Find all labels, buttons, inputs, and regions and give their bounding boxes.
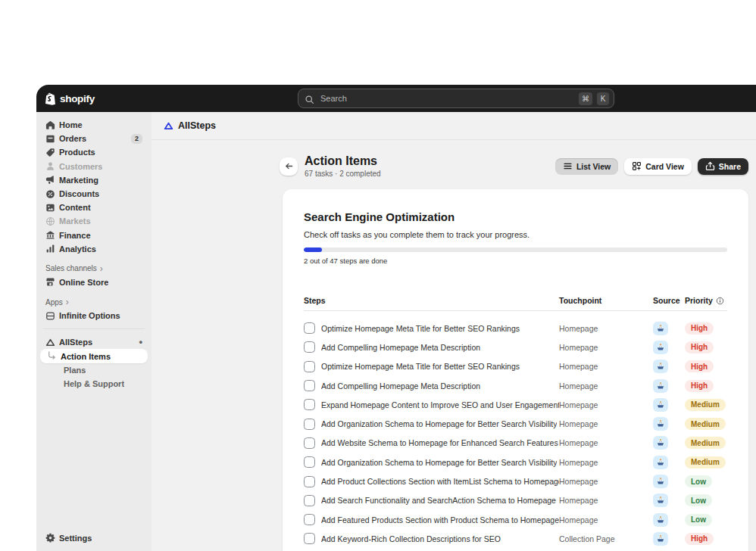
sidebar-item-plans[interactable]: Plans (40, 363, 148, 377)
task-checkbox[interactable] (304, 533, 315, 544)
share-label: Share (719, 162, 741, 171)
priority-badge: High (685, 380, 714, 392)
task-row: Add Search Functionality and SearchActio… (304, 491, 727, 510)
sidebar-item-label: Customers (59, 162, 102, 171)
sidebar-item-discounts[interactable]: Discounts (40, 187, 148, 201)
sidebar: HomeOrders2ProductsCustomersMarketingDis… (36, 112, 152, 551)
task-checkbox[interactable] (304, 437, 315, 449)
sidebar-item-settings[interactable]: Settings (40, 531, 148, 545)
source-app-icon[interactable] (653, 322, 668, 335)
task-checkbox[interactable] (304, 476, 315, 487)
sidebar-section-sales-channels[interactable]: Sales channels › (40, 263, 148, 275)
sidebar-item-analytics[interactable]: Analytics (40, 242, 148, 256)
cmd-key-badge: ⌘ (579, 92, 592, 105)
task-step-label: Add Product Collections Section with Ite… (321, 477, 559, 486)
sidebar-item-orders[interactable]: Orders2 (40, 132, 148, 145)
sidebar-item-products[interactable]: Products (40, 145, 148, 159)
source-app-icon[interactable] (653, 513, 668, 527)
page-header: Action Items 67 tasks · 2 completed List… (283, 140, 748, 189)
orders-icon (45, 134, 55, 144)
task-step-label: Add Featured Products Section with Produ… (321, 515, 559, 525)
column-header-priority: Priority (685, 296, 713, 305)
share-button[interactable]: Share (698, 158, 748, 175)
task-row: Add Website Schema to Homepage for Enhan… (304, 434, 727, 453)
task-step-label: Add Keyword-Rich Collection Descriptions… (321, 534, 501, 543)
sidebar-section-apps[interactable]: Apps › (40, 296, 148, 308)
sidebar-item-label: Orders (59, 134, 86, 143)
sidebar-item-content[interactable]: Content (40, 201, 148, 214)
task-row: Expand Homepage Content to Improve SEO a… (304, 395, 727, 414)
seo-checklist-card: Search Engine Optimization Check off tas… (283, 189, 748, 551)
task-row: Add Organization Schema to Homepage for … (304, 414, 727, 433)
progress-fill (304, 247, 322, 252)
sidebar-item-action-items[interactable]: Action Items (40, 349, 148, 363)
list-view-label: List View (576, 162, 611, 171)
global-search[interactable]: ⌘ K (298, 89, 614, 108)
sidebar-item-label: Markets (59, 216, 91, 226)
task-step-label: Add Search Functionality and SearchActio… (321, 496, 556, 505)
page-title: Action Items (305, 154, 381, 168)
sidebar-item-label: Finance (59, 231, 91, 240)
source-app-icon[interactable] (653, 493, 668, 507)
task-touchpoint: Homepage (559, 515, 653, 525)
sidebar-item-home[interactable]: Home (40, 118, 148, 132)
priority-info-icon[interactable] (716, 297, 724, 305)
task-row: Optimize Homepage Meta Title for Better … (304, 357, 727, 376)
sales-channels-label: Sales channels (45, 264, 97, 272)
task-step-label: Optimize Homepage Meta Title for Better … (321, 362, 520, 371)
source-app-icon[interactable] (653, 398, 668, 412)
priority-badge: High (685, 322, 714, 335)
sidebar-item-finance[interactable]: Finance (40, 229, 148, 242)
source-app-icon[interactable] (653, 475, 668, 488)
task-checkbox[interactable] (304, 341, 315, 353)
task-checkbox[interactable] (304, 380, 315, 391)
sidebar-item-allsteps[interactable]: AllSteps • (40, 335, 148, 349)
back-button[interactable] (280, 157, 298, 176)
task-checkbox[interactable] (304, 456, 315, 468)
card-view-button[interactable]: Card View (624, 158, 692, 175)
task-checkbox[interactable] (304, 419, 315, 430)
sidebar-item-markets[interactable]: Markets (40, 214, 148, 228)
priority-badge: High (685, 533, 714, 545)
priority-badge: Low (685, 494, 712, 506)
task-checkbox[interactable] (304, 399, 315, 410)
task-step-label: Add Organization Schema to Homepage for … (321, 419, 557, 428)
sidebar-item-infinite-options[interactable]: Infinite Options (40, 309, 148, 322)
card-view-label: Card View (645, 162, 684, 171)
task-touchpoint: Homepage (559, 362, 653, 371)
task-step-label: Add Organization Schema to Homepage for … (321, 458, 557, 467)
task-checkbox[interactable] (304, 514, 315, 525)
search-input[interactable] (319, 93, 574, 104)
source-app-icon[interactable] (653, 379, 668, 393)
source-app-icon[interactable] (653, 436, 668, 450)
arrow-left-icon (284, 161, 294, 171)
sidebar-item-label: Analytics (59, 244, 96, 254)
apps-label: Apps (45, 298, 63, 307)
analytics-icon (45, 244, 55, 254)
column-header-source: Source (653, 296, 685, 305)
priority-badge: High (685, 341, 714, 353)
source-app-icon[interactable] (653, 341, 668, 354)
sidebar-item-online-store[interactable]: Online Store (40, 276, 148, 289)
sidebar-nav: HomeOrders2ProductsCustomersMarketingDis… (36, 118, 152, 256)
sidebar-item-label: Help & Support (64, 379, 124, 388)
sidebar-item-help-support[interactable]: Help & Support (40, 377, 148, 391)
source-app-icon[interactable] (653, 417, 668, 431)
task-checkbox[interactable] (304, 322, 315, 334)
chevron-right-icon: › (66, 298, 69, 306)
source-app-icon[interactable] (653, 532, 668, 546)
list-view-button[interactable]: List View (555, 158, 618, 175)
task-checkbox[interactable] (304, 495, 315, 506)
task-checkbox[interactable] (304, 361, 315, 372)
shopify-admin-window: shopify ⌘ K HomeOrders2ProductsCustomers… (36, 85, 756, 551)
shopify-logo[interactable]: shopify (45, 85, 95, 112)
sidebar-item-marketing[interactable]: Marketing (40, 173, 148, 187)
item-menu-dot[interactable]: • (139, 340, 142, 344)
sidebar-item-customers[interactable]: Customers (40, 160, 148, 173)
main-area: AllSteps Action Items 67 tasks · 2 compl… (152, 112, 756, 551)
chevron-right-icon: › (100, 265, 103, 272)
source-app-icon[interactable] (653, 360, 668, 373)
source-app-icon[interactable] (653, 456, 668, 469)
list-icon (563, 161, 573, 171)
task-step-label: Optimize Homepage Meta Title for Better … (321, 324, 520, 333)
